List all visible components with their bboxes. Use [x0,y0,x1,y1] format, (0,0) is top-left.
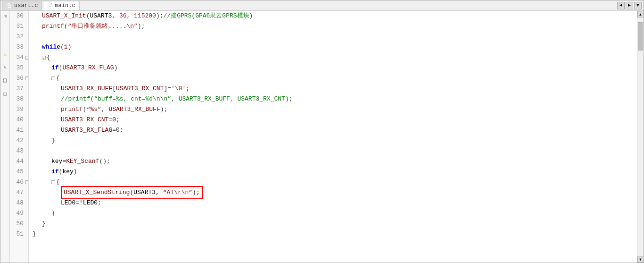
line-num-43: 43 [13,146,25,156]
collapse-36[interactable]: □ [25,76,29,80]
line-num-48: 48 [13,198,25,208]
code-line-36: -{ [33,73,637,84]
scrollbar-track[interactable] [637,17,644,256]
tab-dropdown[interactable]: ▼ [634,2,642,9]
tab-scroll-left[interactable]: ◄ [617,2,625,9]
collapse-marker-36[interactable]: - [51,76,55,80]
line-num-47: 47 [13,187,25,198]
code-line-51: } [33,229,637,239]
file-icon: 📄 [7,3,12,8]
code-line-31: printf(“串口准备就绪.....\n”); [33,21,637,32]
sidebar: P ⚠ ✎ {} ◫ [0,11,10,263]
code-line-44: key=KEY_Scanf(); [33,156,637,167]
tab-usart-c[interactable]: 📄 usart.c [2,1,42,10]
tools-icon[interactable]: ◫ [1,90,9,98]
line-numbers: 30 31 32 33 34 □ 35 36 □ 37 38 39 40 41 [10,11,29,263]
code-line-41: USART3_RX_FLAG=0; [33,125,637,136]
line-num-36: 36 □ [13,73,25,84]
line-num-31: 31 [13,21,25,32]
line-num-37: 37 [13,84,25,94]
tab-controls: ◄ ► ▼ [617,2,644,9]
line-num-39: 39 [13,104,25,115]
code-line-30: USART_X_Init(USART3, 36, 115200);//接GPRS… [33,11,637,21]
line-num-42: 42 [13,136,25,146]
collapse-marker-34[interactable]: - [42,56,46,59]
tab-scroll-right[interactable]: ► [626,2,633,9]
tab-label-usart: usart.c [14,2,38,9]
code-area: 30 31 32 33 34 □ 35 36 □ 37 38 39 40 41 [10,11,644,263]
code-line-50: } [33,219,637,229]
collapse-46[interactable]: □ [25,180,29,184]
tab-label-main: main.c [55,2,75,9]
code-line-43 [33,146,637,156]
code-line-38: //printf(“buff=%s, cnt=%d\n\n”, USART3_R… [33,94,637,104]
code-line-45: if(key) [33,167,637,177]
code-content[interactable]: USART_X_Init(USART3, 36, 115200);//接GPRS… [29,11,637,263]
code-line-32 [33,32,637,42]
edit-icon[interactable]: ✎ [1,64,9,71]
line-num-44: 44 [13,156,25,167]
code-line-42: } [33,136,637,146]
line-num-40: 40 [13,115,25,125]
code-line-40: USART3_RX_CNT=0; [33,115,637,125]
code-icon[interactable]: {} [1,77,9,85]
scrollbar-thumb[interactable] [638,22,643,51]
scroll-down-btn[interactable]: ▼ [637,256,644,263]
line-num-49: 49 [13,208,25,219]
code-line-33: while(1) [33,42,637,52]
code-line-48: LED0=!LED0; [33,198,637,208]
line-num-38: 38 [13,94,25,104]
tab-main-c[interactable]: 📄 main.c [43,1,79,10]
main-area: P ⚠ ✎ {} ◫ 30 31 32 33 34 □ 35 36 [0,11,644,263]
collapse-marker-46[interactable]: - [51,180,55,184]
scrollbar-vertical[interactable]: ▲ ▼ [637,11,644,263]
warning-icon[interactable]: ⚠ [1,51,9,58]
tab-bar: 📄 usart.c 📄 main.c ◄ ► ▼ [0,0,644,11]
code-line-47: USART_X_SendString(USART3, “AT\r\n”); [33,187,637,198]
code-line-34: -{ [33,52,637,63]
line-num-50: 50 [13,219,25,229]
line-num-45: 45 [13,167,25,177]
code-line-35: if(USART3_RX_FLAG) [33,63,637,73]
line-num-35: 35 [13,63,25,73]
line-num-32: 32 [13,32,25,42]
file-icon-main: 📄 [47,3,53,8]
scroll-up-btn[interactable]: ▲ [637,11,644,17]
line-num-33: 33 [13,42,25,52]
code-line-49: } [33,208,637,219]
project-icon[interactable]: P [1,13,9,20]
main-window: 📄 usart.c 📄 main.c ◄ ► ▼ P ⚠ ✎ {} ◫ 30 [0,0,644,263]
code-line-39: printf(“%s”, USART3_RX_BUFF); [33,104,637,115]
line-num-46: 46 □ [13,177,25,187]
line-num-34: 34 □ [13,52,25,63]
line-num-30: 30 [13,11,25,21]
line-num-51: 51 [13,229,25,239]
line-num-41: 41 [13,125,25,136]
highlighted-code-47: USART_X_SendString(USART3, “AT\r\n”); [61,186,203,199]
code-line-37: USART3_RX_BUFF[USART3_RX_CNT]='\0'; [33,84,637,94]
collapse-34[interactable]: □ [25,56,29,59]
